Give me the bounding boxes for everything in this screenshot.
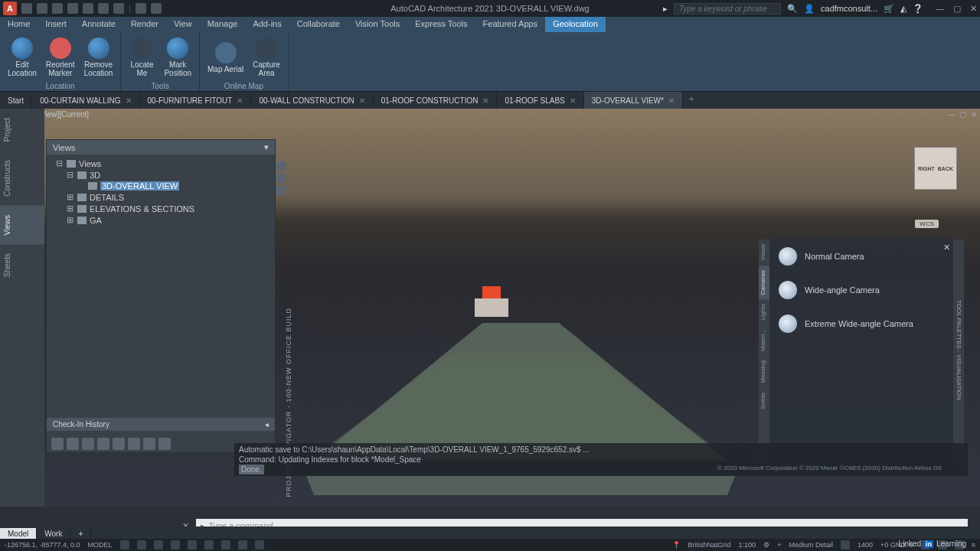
dyn-icon[interactable] [221,540,230,549]
tree-node-details[interactable]: ⊞DETAILS [53,191,269,203]
layout-tab-work[interactable]: Work [37,528,70,540]
tree-node-3d[interactable]: ⊟3D [53,169,269,181]
menu-add-ins[interactable]: Add-ins [245,17,289,32]
menu-insert[interactable]: Insert [38,17,74,32]
camera-tool-normal-camera[interactable]: Normal Camera [769,240,953,273]
ribbon-btn-mark-position[interactable]: MarkPosition [161,34,194,81]
menu-render[interactable]: Render [123,17,166,32]
help-icon[interactable]: ❔ [913,4,923,14]
vt-sheet-icon[interactable] [113,438,125,450]
tree-expand-icon[interactable]: ⊟ [67,170,74,180]
panel-pin-icon[interactable] [276,174,286,183]
minimize-button[interactable]: — [936,4,944,14]
add-tab-button[interactable]: + [683,92,700,109]
geo-system-label[interactable]: BritishNatGrid [688,541,731,549]
doc-tab-close-icon[interactable]: ✕ [237,96,243,105]
doc-tab-close-icon[interactable]: ✕ [570,96,576,105]
tp-tab-visual[interactable]: Visual [759,240,769,266]
autodesk-icon[interactable]: ◭ [900,4,906,14]
polar-icon[interactable] [171,540,180,549]
viewport[interactable]: [-][Custom View][Current] — ▢ ✕ RIGHT BA… [0,109,980,507]
menu-express-tools[interactable]: Express Tools [407,17,475,32]
doc-tab-00-wall-construction[interactable]: 00-WALL CONSTRUCTION✕ [251,92,373,109]
tool-palette-close-icon[interactable]: ✕ [943,243,950,253]
scale-label[interactable]: 1:100 [739,541,756,549]
search-arrow-icon[interactable]: ▸ [663,4,668,14]
side-tab-project[interactable]: Project [0,109,44,151]
detail-label[interactable]: Medium Detail [789,541,833,549]
ortho-icon[interactable] [154,540,163,549]
doc-tab-close-icon[interactable]: ✕ [359,96,365,105]
vt-sel-icon[interactable] [67,438,79,450]
user-icon[interactable]: 👤 [804,4,815,14]
menu-home[interactable]: Home [0,17,38,32]
customize-icon[interactable]: ≡ [972,541,975,549]
tree-node-ga[interactable]: ⊞GA [53,214,269,226]
open-icon[interactable] [37,3,47,14]
osnap-icon[interactable] [188,540,197,549]
vt-explorer-icon[interactable] [158,438,171,450]
new-icon[interactable] [21,3,32,14]
doc-tab-01-roof-slabs[interactable]: 01-ROOF SLABS✕ [497,92,583,109]
vt-refresh-icon[interactable] [82,438,94,450]
viewcube[interactable]: RIGHT BACK [914,147,957,190]
views-panel-menu-icon[interactable]: ▾ [264,142,269,152]
vp-close-icon[interactable]: ✕ [971,110,977,119]
menu-manage[interactable]: Manage [200,17,246,32]
elev-icon[interactable] [841,540,850,549]
share-icon[interactable] [136,3,146,14]
tree-expand-icon[interactable]: ⊞ [67,204,74,214]
gear-icon[interactable]: ⚙ [763,541,769,549]
viewcube-back[interactable]: BACK [938,166,953,171]
doc-tab-00-furniture-fitout[interactable]: 00-FURNITURE FITOUT✕ [140,92,252,109]
menu-annotate[interactable]: Annotate [74,17,123,32]
viewcube-right[interactable]: RIGHT [918,166,935,171]
close-button[interactable]: ✕ [970,4,977,14]
geo-marker-icon[interactable]: 📍 [672,541,681,549]
wcs-badge[interactable]: WCS [915,220,939,228]
undo-icon[interactable] [98,3,109,14]
save-icon[interactable] [52,3,63,14]
redo-icon[interactable] [113,3,124,14]
side-tab-views[interactable]: Views [0,206,44,245]
panel-options-icon[interactable] [276,186,286,195]
menu-vision-tools[interactable]: Vision Tools [348,17,407,32]
saveas-icon[interactable] [67,3,78,14]
ribbon-btn-reorient-marker[interactable]: ReorientMarker [43,34,78,81]
doc-tab-close-icon[interactable]: ✕ [668,96,675,105]
print-icon[interactable] [151,3,162,14]
menu-geolocation[interactable]: Geolocation [545,17,606,32]
vt-filter-icon[interactable] [97,438,109,450]
plus-icon[interactable]: + [777,541,781,549]
tree-node-elevations-sections[interactable]: ⊞ELEVATIONS & SECTIONS [53,203,269,214]
search-input[interactable]: Type a keyword or phrase [674,3,781,15]
checkin-collapse-icon[interactable]: ◂ [265,420,269,429]
vt-new-icon[interactable] [51,438,64,450]
ribbon-btn-remove-location[interactable]: RemoveLocation [81,34,116,81]
tp-tab-solids[interactable]: Solids [759,388,769,414]
side-tab-constructs[interactable]: Constructs [0,151,44,206]
tree-expand-icon[interactable]: ⊟ [56,158,64,168]
tp-tab-cameras[interactable]: Cameras [759,266,769,299]
layout-tab-model[interactable]: Model [0,528,37,540]
menu-view[interactable]: View [166,17,200,32]
views-panel-header[interactable]: Views ▾ [47,140,275,155]
lwt-icon[interactable] [238,540,247,549]
maximize-button[interactable]: ▢ [953,4,961,14]
doc-tab-start[interactable]: Start [0,92,32,109]
doc-tab-close-icon[interactable]: ✕ [482,96,488,105]
ribbon-btn-capture-area[interactable]: CaptureArea [250,34,283,81]
side-tab-sheets[interactable]: Sheets [0,244,44,286]
panel-close-icon[interactable] [276,161,286,171]
doc-tab-01-roof-construction[interactable]: 01-ROOF CONSTRUCTION✕ [374,92,498,109]
vt-sync-icon[interactable] [143,438,155,450]
tree-expand-icon[interactable]: ⊞ [67,192,74,202]
doc-tab-3d-overall-view-[interactable]: 3D-OVERALL VIEW*✕ [584,92,683,109]
snap-icon[interactable] [137,540,146,549]
tp-tab-materi[interactable]: Materi... [759,324,769,356]
plot-icon[interactable] [83,3,93,14]
tp-tab-massing[interactable]: Massing [759,356,769,388]
vt-detail-icon[interactable] [128,438,140,450]
ribbon-btn-edit-location[interactable]: EditLocation [5,34,40,81]
ribbon-btn-map-aerial[interactable]: Map Aerial [204,34,247,81]
